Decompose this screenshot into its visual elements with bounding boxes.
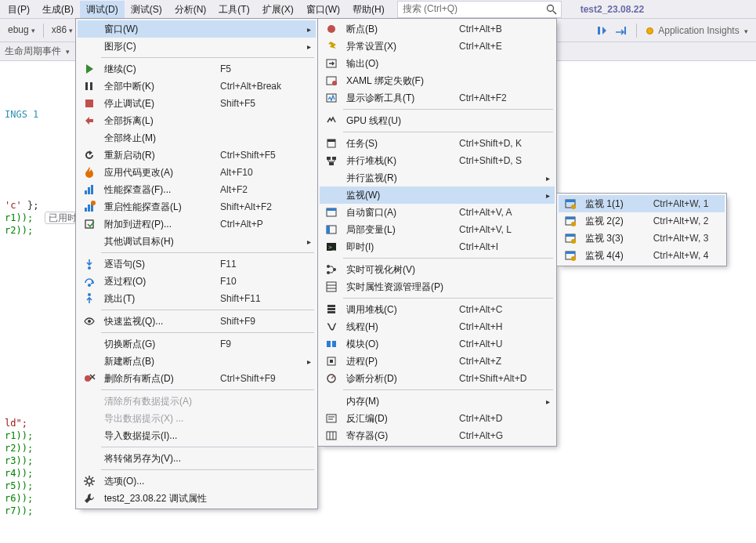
debug-menu-item[interactable]: 逐过程(O)F10 bbox=[78, 273, 316, 290]
windows-menu-item[interactable]: 异常设置(X)Ctrl+Alt+E bbox=[320, 38, 555, 55]
svg-rect-5 bbox=[85, 100, 93, 107]
windows-menu-item[interactable]: >_即时(I)Ctrl+Alt+I bbox=[320, 238, 555, 255]
windows-menu-item[interactable]: 监视(W)▸ bbox=[320, 186, 555, 204]
debug-menu-item-shortcut: Alt+F10 bbox=[211, 167, 297, 178]
debug-menu-item[interactable]: 切换断点(G)F9 bbox=[78, 335, 316, 353]
windows-menu-item[interactable]: 任务(S)Ctrl+Shift+D, K bbox=[320, 135, 555, 152]
windows-menu-item[interactable]: 诊断分析(D)Ctrl+Shift+Alt+D bbox=[320, 370, 555, 387]
debug-menu-item[interactable]: 全部中断(K)Ctrl+Alt+Break bbox=[78, 78, 316, 95]
windows-menu-item-label: 内存(M) bbox=[342, 395, 536, 408]
lifecycle-events[interactable]: 生命周期事件 ▾ bbox=[5, 45, 70, 58]
debug-menu-separator bbox=[101, 252, 314, 253]
debug-menu-item[interactable]: 附加到进程(P)...Ctrl+Alt+P bbox=[78, 215, 316, 233]
windows-menu-item[interactable]: 实时可视化树(V) bbox=[320, 261, 555, 278]
windows-menu-item-label: 显示诊断工具(T) bbox=[342, 92, 450, 105]
menu-debug[interactable]: 调试(D) bbox=[80, 1, 125, 18]
windows-menu-item[interactable]: 自动窗口(A)Ctrl+Alt+V, A bbox=[320, 204, 555, 221]
debug-menu-item[interactable]: 快速监视(Q)...Shift+F9 bbox=[78, 313, 316, 330]
search-box[interactable]: 搜索 (Ctrl+Q) bbox=[397, 1, 562, 18]
dana-icon bbox=[321, 370, 342, 387]
debug-menu-item[interactable]: 窗口(W)▸ bbox=[78, 20, 316, 38]
platform-combo[interactable]: x86▾ bbox=[47, 19, 78, 42]
debug-menu-item-label: 全部拆离(L) bbox=[99, 114, 297, 128]
watch-menu-item-shortcut: Ctrl+Alt+W, 3 bbox=[644, 233, 730, 244]
windows-menu-item[interactable]: 内存(M)▸ bbox=[320, 393, 555, 410]
debug-menu-item-label: 重启性能探查器(L) bbox=[99, 201, 211, 214]
debug-menu-item[interactable]: 其他调试目标(H)▸ bbox=[78, 233, 316, 250]
watch-menu-item-label: 监视 2(2) bbox=[581, 215, 644, 228]
menu-analyze[interactable]: 分析(N) bbox=[168, 1, 213, 18]
debug-menu-item[interactable]: test2_23.08.22 调试属性 bbox=[78, 490, 316, 507]
toolbar-sep2 bbox=[636, 24, 637, 38]
menu-extensions[interactable]: 扩展(X) bbox=[256, 1, 300, 18]
debug-menu-item[interactable]: 图形(C)▸ bbox=[78, 38, 316, 55]
debug-menu-item-shortcut: F5 bbox=[211, 63, 297, 74]
svg-rect-9 bbox=[85, 208, 87, 212]
windows-menu-item-shortcut: Ctrl+Alt+V, L bbox=[450, 224, 536, 235]
windows-menu-item-label: 调用堆栈(C) bbox=[342, 303, 450, 317]
windows-menu-item[interactable]: 并行堆栈(K)Ctrl+Shift+D, S bbox=[320, 152, 555, 169]
config-combo[interactable]: ebug▾ bbox=[3, 19, 40, 42]
windows-menu-item-label: XAML 绑定失败(F) bbox=[342, 74, 536, 88]
windows-menu-item[interactable]: 寄存器(G)Ctrl+Alt+G bbox=[320, 427, 555, 444]
windows-menu-item-label: 模块(O) bbox=[342, 338, 450, 351]
debug-menu-item[interactable]: 跳出(T)Shift+F11 bbox=[78, 290, 316, 307]
windows-menu-item[interactable]: 局部变量(L)Ctrl+Alt+V, L bbox=[320, 221, 555, 238]
windows-menu-item-label: 输出(O) bbox=[342, 57, 536, 71]
debug-menu-item[interactable]: 重启性能探查器(L)Shift+Alt+F2 bbox=[78, 198, 316, 215]
windows-menu-item[interactable]: 实时属性资源管理器(P) bbox=[320, 278, 555, 295]
debug-menu-item-label: 导入数据提示(I)... bbox=[99, 429, 297, 443]
step-icon-1[interactable] bbox=[595, 24, 608, 37]
blank-icon bbox=[79, 450, 99, 467]
windows-menu-item[interactable]: 显示诊断工具(T)Ctrl+Alt+F2 bbox=[320, 89, 555, 107]
svg-rect-46 bbox=[327, 311, 335, 313]
windows-menu-item[interactable]: 并行监视(R)▸ bbox=[320, 169, 555, 186]
menu-help[interactable]: 帮助(H) bbox=[346, 1, 391, 18]
windows-menu-item[interactable]: 断点(B)Ctrl+Alt+B bbox=[320, 20, 555, 38]
debug-menu-item[interactable]: 重新启动(R)Ctrl+Shift+F5 bbox=[78, 147, 316, 164]
windows-menu-item[interactable]: 线程(H)Ctrl+Alt+H bbox=[320, 318, 555, 335]
debug-menu: 窗口(W)▸图形(C)▸继续(C)F5全部中断(K)Ctrl+Alt+Break… bbox=[75, 18, 318, 509]
exc-icon bbox=[321, 38, 342, 55]
stepout-icon bbox=[79, 290, 99, 307]
debug-menu-item[interactable]: 应用代码更改(A)Alt+F10 bbox=[78, 164, 316, 181]
blank-icon bbox=[79, 335, 99, 353]
menu-build[interactable]: 生成(B) bbox=[36, 1, 80, 18]
debug-menu-item[interactable]: 逐语句(S)F11 bbox=[78, 255, 316, 273]
debug-menu-item[interactable]: 选项(O)... bbox=[78, 472, 316, 490]
windows-menu-item-shortcut: Ctrl+Alt+G bbox=[450, 430, 536, 441]
step-icon-2[interactable] bbox=[614, 24, 627, 37]
debug-menu-item[interactable]: 将转储另存为(V)... bbox=[78, 450, 316, 467]
windows-menu-item[interactable]: GPU 线程(U) bbox=[320, 112, 555, 129]
watch-menu-item[interactable]: 监视 1(1)Ctrl+Alt+W, 1 bbox=[559, 195, 725, 212]
windows-menu-item[interactable]: 模块(O)Ctrl+Alt+U bbox=[320, 335, 555, 353]
menu-window[interactable]: 窗口(W) bbox=[300, 1, 346, 18]
debug-menu-item[interactable]: 新建断点(B)▸ bbox=[78, 353, 316, 370]
watch-menu-item[interactable]: 监视 4(4)Ctrl+Alt+W, 4 bbox=[559, 247, 725, 264]
debug-menu-item[interactable]: 删除所有断点(D)Ctrl+Shift+F9 bbox=[78, 370, 316, 387]
windows-menu: 断点(B)Ctrl+Alt+B异常设置(X)Ctrl+Alt+E输出(O)XAM… bbox=[317, 18, 557, 447]
app-insights[interactable]: Application Insights ▾ bbox=[646, 25, 748, 36]
debug-menu-item[interactable]: 性能探查器(F)...Alt+F2 bbox=[78, 181, 316, 198]
play-icon bbox=[79, 60, 99, 78]
windows-menu-separator bbox=[343, 109, 553, 110]
debug-menu-item[interactable]: 全部终止(M) bbox=[78, 129, 316, 147]
windows-menu-item[interactable]: 进程(P)Ctrl+Alt+Z bbox=[320, 353, 555, 370]
watch-menu-item[interactable]: 监视 3(3)Ctrl+Alt+W, 3 bbox=[559, 230, 725, 247]
windows-menu-item-label: 任务(S) bbox=[342, 137, 450, 150]
debug-menu-item[interactable]: 导入数据提示(I)... bbox=[78, 427, 316, 444]
windows-menu-item[interactable]: XAML 绑定失败(F) bbox=[320, 72, 555, 89]
debug-menu-item[interactable]: 停止调试(E)Shift+F5 bbox=[78, 95, 316, 112]
debug-menu-item[interactable]: 继续(C)F5 bbox=[78, 60, 316, 78]
windows-menu-item[interactable]: 调用堆栈(C)Ctrl+Alt+C bbox=[320, 301, 555, 318]
menu-project[interactable]: 目(P) bbox=[2, 1, 36, 18]
debug-menu-separator bbox=[101, 447, 314, 447]
menu-tools[interactable]: 工具(T) bbox=[212, 1, 255, 18]
watch-menu-item[interactable]: 监视 2(2)Ctrl+Alt+W, 2 bbox=[559, 212, 725, 230]
debug-menu-item[interactable]: 全部拆离(L) bbox=[78, 112, 316, 129]
windows-menu-item[interactable]: 反汇编(D)Ctrl+Alt+D bbox=[320, 410, 555, 427]
menu-test[interactable]: 测试(S) bbox=[125, 1, 168, 18]
svg-rect-62 bbox=[566, 217, 575, 219]
submenu-arrow-icon: ▸ bbox=[546, 174, 550, 183]
windows-menu-item[interactable]: 输出(O) bbox=[320, 55, 555, 72]
